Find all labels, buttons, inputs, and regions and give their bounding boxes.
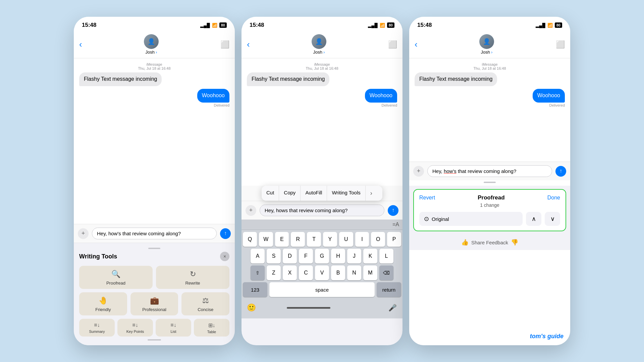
bottom-bar-1 (148, 339, 161, 341)
share-feedback-label[interactable]: Share Feedback (471, 240, 508, 245)
plus-button-2[interactable]: + (246, 205, 256, 216)
professional-button[interactable]: 💼 Professional (130, 292, 178, 315)
thumbs-up-icon[interactable]: 👍 (461, 239, 469, 246)
friendly-button[interactable]: 🤚 Friendly (79, 292, 127, 315)
key-points-icon: ≡↓ (132, 322, 138, 328)
key-x[interactable]: X (283, 265, 297, 280)
key-points-button[interactable]: ≡↓ Key Points (117, 319, 153, 337)
writing-tools-menu-item[interactable]: Writing Tools (327, 186, 365, 201)
wt-row-1: 🔍 Proofread ↻ Rewrite (79, 266, 229, 289)
received-message-1: Flashy Text message incoming (79, 72, 229, 86)
wifi-icon-1: 📶 (212, 23, 217, 28)
thumbs-down-icon[interactable]: 👎 (511, 239, 518, 246)
input-area-2: + Hey, hows that review coming along? ↑ (241, 201, 402, 220)
key-c[interactable]: C (299, 265, 313, 280)
copy-menu-item[interactable]: Copy (279, 186, 301, 201)
revert-button[interactable]: Revert (419, 195, 435, 201)
key-h[interactable]: H (331, 249, 345, 263)
key-r[interactable]: R (291, 232, 305, 247)
keyboard-row-3: ⇧ Z X C V B N M ⌫ (243, 265, 401, 280)
key-delete[interactable]: ⌫ (379, 265, 393, 280)
plus-button-3[interactable]: + (413, 166, 424, 177)
key-l[interactable]: L (379, 249, 393, 263)
dictation-icon[interactable]: =A (392, 222, 399, 228)
table-label: Table (207, 330, 216, 334)
microphone-icon[interactable]: 🎤 (386, 300, 400, 315)
key-q[interactable]: Q (243, 232, 257, 247)
nav-center-2[interactable]: 👤 Josh › (312, 34, 326, 55)
video-call-icon-3[interactable]: ⬜ (556, 40, 565, 49)
table-button[interactable]: ⊞↓ Table (194, 319, 229, 337)
toms-guide-text: tom's guide (530, 333, 564, 340)
key-u[interactable]: U (339, 232, 353, 247)
send-button-1[interactable]: ↑ (220, 228, 231, 239)
key-i[interactable]: I (355, 232, 369, 247)
send-button-3[interactable]: ↑ (555, 166, 566, 177)
context-menu-wrapper: Cut Copy AutoFill Writing Tools › (241, 186, 402, 201)
key-b[interactable]: B (331, 265, 345, 280)
battery-2: 80 (387, 22, 394, 28)
key-v[interactable]: V (315, 265, 329, 280)
status-time-1: 15:48 (82, 22, 96, 28)
video-call-icon-1[interactable]: ⬜ (220, 40, 229, 49)
key-return[interactable]: return (377, 282, 401, 297)
key-k[interactable]: K (363, 249, 377, 263)
key-123[interactable]: 123 (243, 282, 267, 297)
done-button[interactable]: Done (547, 195, 560, 201)
summary-button[interactable]: ≡↓ Summary (79, 319, 115, 337)
share-feedback-area: 👍 Share Feedback 👎 (409, 235, 570, 250)
status-icons-2: ▂▄█ 📶 80 (368, 22, 394, 28)
key-e[interactable]: E (275, 232, 289, 247)
original-button[interactable]: ⊙ Original (419, 212, 523, 226)
wt-row-2: 🤚 Friendly 💼 Professional ⚖ Concise (79, 292, 229, 315)
key-d[interactable]: D (283, 249, 297, 263)
list-button[interactable]: ≡↓ List (156, 319, 191, 337)
cut-menu-item[interactable]: Cut (262, 186, 279, 201)
key-m[interactable]: M (363, 265, 377, 280)
wt-close-button[interactable]: × (220, 252, 229, 261)
key-p[interactable]: P (387, 232, 401, 247)
send-button-2[interactable]: ↑ (388, 205, 398, 216)
nav-center-1[interactable]: 👤 Josh › (144, 34, 159, 55)
send-arrow-icon-3: ↑ (559, 168, 562, 174)
key-j[interactable]: J (347, 249, 361, 263)
message-input-3[interactable]: Hey, how's that review coming along? (427, 165, 552, 177)
messages-area-1: iMessage Thu, Jul 18 at 16:48 Flashy Tex… (74, 58, 235, 224)
concise-button[interactable]: ⚖ Concise (181, 292, 229, 315)
prev-change-button[interactable]: ∧ (526, 212, 541, 226)
key-w[interactable]: W (259, 232, 273, 247)
next-change-button[interactable]: ∨ (545, 212, 560, 226)
key-f[interactable]: F (299, 249, 313, 263)
key-y[interactable]: Y (323, 232, 337, 247)
more-menu-item[interactable]: › (366, 186, 377, 201)
input-suffix-3: that review coming along? (457, 168, 516, 174)
status-icons-3: ▂▄█ 📶 80 (536, 22, 562, 28)
back-button-2[interactable]: ‹ (247, 39, 250, 50)
autofill-menu-item[interactable]: AutoFill (301, 186, 327, 201)
key-n[interactable]: N (347, 265, 361, 280)
imessage-label-3: iMessage Thu, Jul 18 at 16:48 (415, 62, 565, 70)
message-input-2[interactable]: Hey, hows that review coming along? (260, 204, 384, 216)
key-t[interactable]: T (307, 232, 321, 247)
message-input-1[interactable]: Hey, how's that review coming along? (92, 228, 217, 239)
bubble-received-3: Flashy Text message incoming (415, 72, 497, 86)
video-call-icon-2[interactable]: ⬜ (388, 40, 397, 49)
back-button-3[interactable]: ‹ (415, 39, 418, 50)
key-g[interactable]: G (315, 249, 329, 263)
key-a[interactable]: A (251, 249, 265, 263)
back-button-1[interactable]: ‹ (79, 39, 82, 50)
received-message-3: Flashy Text message incoming (415, 72, 565, 86)
key-z[interactable]: Z (267, 265, 281, 280)
nav-center-3[interactable]: 👤 Josh › (479, 34, 494, 55)
key-s[interactable]: S (267, 249, 281, 263)
emoji-icon[interactable]: 🙂 (244, 300, 258, 315)
key-space[interactable]: space (269, 282, 375, 297)
professional-label: Professional (142, 307, 166, 312)
bubble-sent-3: Woohooo (533, 89, 565, 103)
status-time-2: 15:48 (250, 22, 264, 28)
rewrite-button[interactable]: ↻ Rewrite (156, 266, 229, 289)
key-shift[interactable]: ⇧ (251, 265, 265, 280)
proofread-button[interactable]: 🔍 Proofread (79, 266, 153, 289)
key-o[interactable]: O (371, 232, 385, 247)
plus-button-1[interactable]: + (78, 228, 89, 239)
